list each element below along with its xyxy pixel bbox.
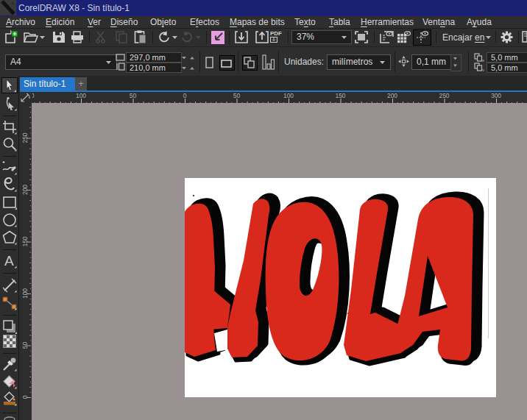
svg-text:150: 150 [21, 236, 29, 246]
svg-text:300: 300 [491, 92, 501, 99]
svg-text:100: 100 [76, 92, 86, 99]
svg-text:250: 250 [21, 132, 29, 143]
svg-text:0: 0 [21, 395, 29, 399]
svg-text:50: 50 [233, 92, 241, 99]
svg-text:0: 0 [183, 92, 187, 99]
svg-text:y: y [482, 68, 484, 71]
svg-text:150: 150 [335, 92, 345, 99]
svg-text:200: 200 [387, 92, 397, 99]
svg-text:A: A [4, 253, 14, 268]
svg-text:100: 100 [283, 92, 294, 99]
svg-text:200: 200 [21, 185, 29, 195]
svg-text:150: 150 [32, 92, 35, 99]
svg-text:x: x [482, 58, 484, 62]
svg-text:50: 50 [130, 92, 137, 99]
svg-text:250: 250 [439, 92, 449, 99]
svg-text:50: 50 [21, 342, 29, 349]
svg-text:100: 100 [21, 288, 29, 299]
